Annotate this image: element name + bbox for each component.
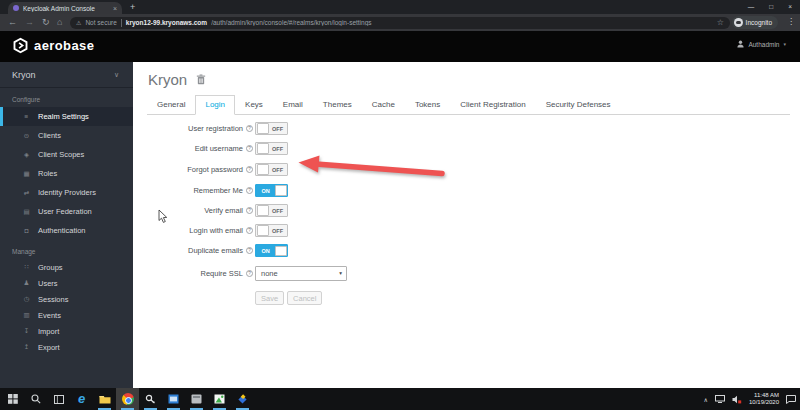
events-icon: ▥ [22, 311, 31, 319]
keycloak-favicon-icon [13, 5, 19, 11]
realm-selector[interactable]: Kryon ∨ [0, 62, 133, 88]
windows-start-icon [8, 394, 18, 404]
sidebar-item-roles[interactable]: ▦ Roles [0, 164, 133, 183]
sidebar-item-export[interactable]: ↥ Export [0, 339, 133, 355]
field-label: Forgot password [187, 165, 243, 174]
browser-tab[interactable]: Keycloak Admin Console × [8, 2, 122, 14]
sidebar-item-user-federation[interactable]: ▤ User Federation [0, 202, 133, 221]
taskbar-keys-app-button[interactable] [139, 388, 162, 410]
tab-tokens[interactable]: Tokens [405, 95, 450, 115]
app-navbar: aerobase Authadmin ▾ [0, 31, 800, 62]
section-title-manage: Manage [0, 240, 133, 259]
address-divider [121, 19, 122, 27]
sidebar-item-authentication[interactable]: ◘ Authentication [0, 221, 133, 240]
browser-menu-icon[interactable]: ⋮ [787, 17, 795, 26]
cancel-button[interactable]: Cancel [287, 291, 322, 305]
taskbar-notes-app-button[interactable] [185, 388, 208, 410]
sidebar-item-users[interactable]: ♟ Users [0, 275, 133, 291]
network-icon[interactable] [715, 395, 725, 403]
new-tab-button[interactable]: + [130, 2, 135, 12]
forward-icon[interactable]: → [25, 17, 34, 27]
tab-email[interactable]: Email [273, 95, 313, 115]
tab-close-icon[interactable]: × [113, 5, 117, 12]
toggle-knob [257, 225, 269, 236]
system-tray: ∧ 11:48 AM 10/19/2020 [704, 388, 796, 410]
save-button[interactable]: Save [255, 291, 284, 305]
file-explorer-icon [99, 394, 111, 404]
brand-name: aerobase [34, 38, 94, 53]
close-icon[interactable]: × [788, 3, 792, 10]
form-row-verify-email: Verify email ? OFF [133, 200, 800, 220]
bookmark-star-icon[interactable]: ☆ [717, 18, 724, 27]
sidebar-item-import[interactable]: ↧ Import [0, 323, 133, 339]
user-registration-toggle[interactable]: OFF [255, 122, 288, 135]
action-center-icon[interactable] [786, 395, 796, 404]
sidebar-item-client-scopes[interactable]: ◈ Client Scopes [0, 145, 133, 164]
user-federation-icon: ▤ [22, 208, 31, 216]
help-icon[interactable]: ? [246, 187, 253, 194]
help-icon[interactable]: ? [246, 166, 253, 173]
tab-client-registration[interactable]: Client Registration [450, 95, 535, 115]
select-caret-icon: ▾ [339, 270, 342, 276]
require-ssl-select[interactable]: none ▾ [255, 266, 347, 281]
remember-me-toggle[interactable]: ON [255, 184, 288, 197]
help-icon[interactable]: ? [246, 145, 253, 152]
tab-login[interactable]: Login [195, 95, 235, 115]
help-icon[interactable]: ? [246, 247, 253, 254]
sidebar-item-groups[interactable]: ∷ Groups [0, 259, 133, 275]
home-icon[interactable]: ⌂ [57, 17, 62, 27]
tab-themes[interactable]: Themes [313, 95, 362, 115]
taskbar-file-explorer-button[interactable] [93, 388, 116, 410]
not-secure-label: Not secure [85, 19, 116, 26]
delete-realm-trash-icon[interactable] [196, 74, 206, 85]
sidebar-item-realm-settings[interactable]: ≡ Realm Settings [0, 107, 133, 126]
tray-expand-icon[interactable]: ∧ [704, 396, 708, 403]
sidebar-item-label: Realm Settings [38, 112, 89, 121]
tab-general[interactable]: General [147, 95, 195, 115]
volume-muted-icon[interactable] [732, 395, 742, 404]
task-view-icon [54, 395, 64, 404]
sidebar-item-sessions[interactable]: ◷ Sessions [0, 291, 133, 307]
start-button[interactable] [1, 388, 24, 410]
taskbar-chrome-button[interactable] [116, 388, 139, 410]
sidebar-item-label: Export [38, 343, 60, 352]
help-icon[interactable]: ? [246, 125, 253, 132]
help-icon[interactable]: ? [246, 207, 253, 214]
sidebar-section-manage: Manage ∷ Groups ♟ Users ◷ Sessions ▥ Eve… [0, 240, 133, 355]
taskbar-mail-app-button[interactable] [162, 388, 185, 410]
groups-icon: ∷ [22, 263, 31, 271]
incognito-badge: Incognito [732, 16, 778, 29]
taskbar-edge-button[interactable]: e [70, 388, 93, 410]
sidebar-item-events[interactable]: ▥ Events [0, 307, 133, 323]
edit-username-toggle[interactable]: OFF [255, 142, 288, 155]
user-menu[interactable]: Authadmin ▾ [737, 40, 786, 48]
sidebar-item-label: Groups [38, 263, 63, 272]
forgot-password-toggle[interactable]: OFF [255, 163, 288, 176]
sidebar-item-clients[interactable]: ⊙ Clients [0, 126, 133, 145]
field-label: User registration [188, 124, 243, 133]
tab-security-defenses[interactable]: Security Defenses [536, 95, 621, 115]
tab-cache[interactable]: Cache [362, 95, 405, 115]
url-host: kryon12-99.kryonaws.com [126, 19, 207, 26]
aerobase-brand[interactable]: aerobase [12, 37, 94, 54]
kryon-diamond-icon [237, 394, 248, 405]
help-icon[interactable]: ? [246, 270, 253, 277]
verify-email-toggle[interactable]: OFF [255, 204, 288, 217]
tab-keys[interactable]: Keys [235, 95, 273, 115]
taskbar-kryon-app-button[interactable] [231, 388, 254, 410]
taskbar-photos-app-button[interactable] [208, 388, 231, 410]
duplicate-emails-toggle[interactable]: ON [255, 244, 288, 257]
help-icon[interactable]: ? [246, 227, 253, 234]
back-icon[interactable]: ← [8, 17, 17, 27]
taskbar-search-button[interactable] [24, 388, 47, 410]
address-bar[interactable]: ⚠ Not secure kryon12-99.kryonaws.com /au… [70, 17, 730, 29]
login-with-email-toggle[interactable]: OFF [255, 224, 288, 237]
sidebar-item-identity-providers[interactable]: ⇄ Identity Providers [0, 183, 133, 202]
not-secure-warning-icon[interactable]: ⚠ [76, 19, 81, 26]
maximize-icon[interactable]: □ [769, 3, 773, 10]
taskbar-clock[interactable]: 11:48 AM 10/19/2020 [749, 392, 779, 407]
reload-icon[interactable]: ↻ [42, 17, 50, 27]
minimize-icon[interactable]: — [748, 3, 755, 10]
clock-date: 10/19/2020 [749, 399, 779, 407]
task-view-button[interactable] [47, 388, 70, 410]
